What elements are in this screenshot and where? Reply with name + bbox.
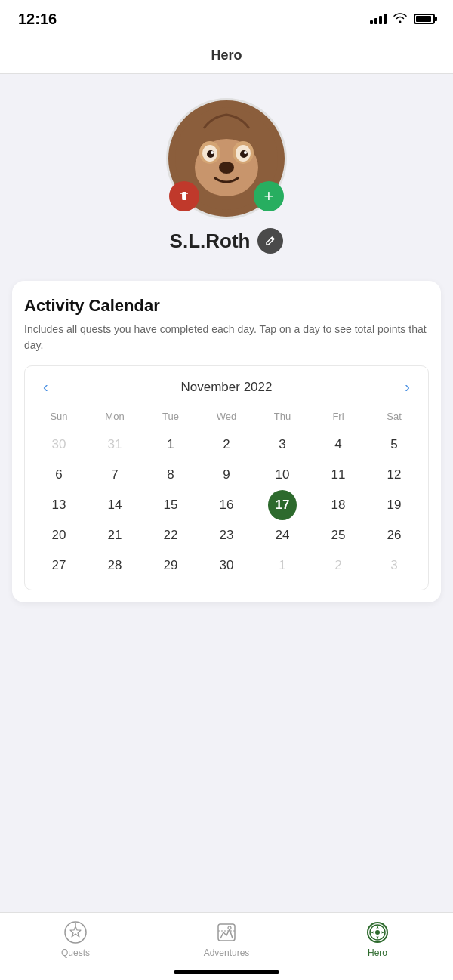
calendar-month-year: November 2022 [181, 380, 273, 395]
cal-day[interactable]: 31 [87, 430, 143, 460]
profile-name: S.L.Roth [170, 230, 251, 253]
cal-day[interactable]: 7 [87, 460, 143, 490]
cal-day[interactable]: 28 [87, 550, 143, 581]
cal-day[interactable]: 2 [310, 550, 366, 581]
cal-day[interactable]: 12 [366, 460, 422, 490]
cal-day[interactable]: 22 [143, 520, 199, 550]
cal-day[interactable]: 2 [199, 430, 254, 460]
cal-day[interactable]: 9 [199, 460, 254, 490]
svg-point-9 [244, 151, 247, 154]
svg-point-19 [228, 926, 231, 929]
day-header-thu: Thu [254, 408, 310, 430]
edit-profile-button[interactable] [257, 228, 283, 254]
status-icons [370, 11, 435, 27]
hero-icon [365, 920, 390, 945]
cal-day[interactable]: 30 [31, 430, 87, 460]
calendar-header: ‹ November 2022 › [31, 375, 422, 399]
cal-day[interactable]: 21 [87, 520, 143, 550]
cal-day[interactable]: 24 [254, 520, 310, 550]
cal-day[interactable]: 6 [31, 460, 87, 490]
cal-day-today[interactable]: 17 [268, 490, 297, 520]
svg-point-7 [240, 150, 248, 158]
day-header-sun: Sun [31, 408, 87, 430]
cal-day[interactable]: 19 [366, 490, 422, 520]
cal-day[interactable]: 23 [199, 520, 254, 550]
cal-day[interactable]: 5 [366, 430, 422, 460]
profile-section: + S.L.Roth [0, 74, 453, 272]
cal-day[interactable]: 15 [143, 490, 199, 520]
status-time: 12:16 [18, 11, 57, 28]
cal-day[interactable]: 26 [366, 520, 422, 550]
status-bar: 12:16 [0, 0, 453, 38]
cal-day[interactable]: 8 [143, 460, 199, 490]
cal-day[interactable]: 29 [143, 550, 199, 581]
svg-point-8 [211, 151, 214, 154]
day-header-tue: Tue [143, 408, 199, 430]
svg-point-10 [219, 162, 234, 174]
cal-day[interactable]: 4 [310, 430, 366, 460]
svg-point-23 [375, 930, 380, 935]
svg-point-6 [207, 150, 214, 158]
activity-calendar-card: Activity Calendar Includes all quests yo… [12, 281, 441, 602]
battery-icon [414, 14, 435, 24]
hero-tab-label: Hero [368, 948, 387, 958]
cal-day[interactable]: 10 [254, 460, 310, 490]
cal-day[interactable]: 1 [143, 430, 199, 460]
cal-day[interactable]: 25 [310, 520, 366, 550]
next-month-button[interactable]: › [399, 375, 416, 399]
day-header-mon: Mon [87, 408, 143, 430]
adventures-icon [214, 920, 239, 945]
nav-title: Hero [211, 48, 242, 63]
prev-month-button[interactable]: ‹ [37, 375, 54, 399]
cal-day[interactable]: 18 [310, 490, 366, 520]
nav-bar: Hero [0, 38, 453, 74]
tab-adventures[interactable]: Adventures [181, 920, 272, 958]
delete-avatar-button[interactable] [169, 181, 199, 211]
cal-day[interactable]: 14 [87, 490, 143, 520]
cal-day[interactable]: 3 [254, 430, 310, 460]
calendar-title: Activity Calendar [24, 296, 429, 316]
quests-tab-label: Quests [61, 948, 90, 958]
day-header-wed: Wed [199, 408, 254, 430]
cal-day[interactable]: 30 [199, 550, 254, 581]
avatar-wrapper: + [166, 98, 287, 219]
cal-day[interactable]: 16 [199, 490, 254, 520]
day-header-fri: Fri [310, 408, 366, 430]
cal-day[interactable]: 13 [31, 490, 87, 520]
signal-icon [370, 14, 387, 24]
calendar-container: ‹ November 2022 › Sun Mon Tue Wed Thu Fr… [24, 365, 429, 590]
profile-name-row: S.L.Roth [170, 228, 284, 254]
cal-day[interactable]: 20 [31, 520, 87, 550]
cal-day[interactable]: 11 [310, 460, 366, 490]
svg-rect-15 [183, 192, 186, 193]
cal-day[interactable]: 1 [254, 550, 310, 581]
adventures-tab-label: Adventures [204, 948, 250, 958]
svg-rect-13 [185, 193, 186, 199]
svg-rect-12 [183, 193, 184, 199]
home-indicator [174, 970, 279, 974]
tab-hero[interactable]: Hero [332, 920, 423, 958]
cal-day[interactable]: 3 [366, 550, 422, 581]
svg-rect-14 [180, 193, 188, 194]
quests-icon [63, 920, 88, 945]
svg-rect-11 [183, 193, 183, 199]
tab-quests[interactable]: Quests [30, 920, 121, 958]
add-avatar-button[interactable]: + [254, 181, 284, 211]
calendar-subtitle: Includes all quests you have completed e… [24, 322, 429, 353]
cal-day[interactable]: 27 [31, 550, 87, 581]
day-header-sat: Sat [366, 408, 422, 430]
calendar-grid: Sun Mon Tue Wed Thu Fri Sat 30 31 1 2 3 … [31, 408, 422, 581]
wifi-icon [393, 11, 408, 27]
